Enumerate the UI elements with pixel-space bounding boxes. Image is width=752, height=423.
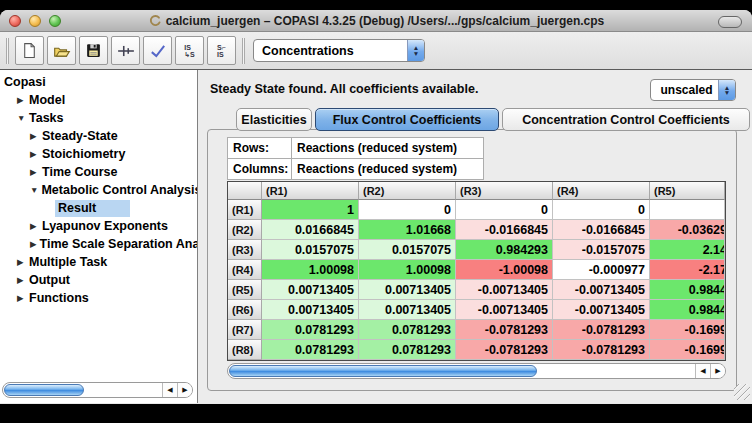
tune-button[interactable] [111, 36, 140, 65]
table-cell[interactable]: -2.17 [650, 260, 725, 280]
table-cell[interactable]: 0.0781293 [262, 320, 359, 340]
collapsed-arrow-icon[interactable]: ▶ [30, 167, 39, 177]
table-cell[interactable]: -0.0781293 [553, 340, 650, 360]
column-header[interactable]: (R1) [262, 182, 359, 200]
tree-item-lyapunov-exponents[interactable]: ▶Lyapunov Exponents [0, 217, 197, 235]
zoom-window-button[interactable] [49, 15, 61, 27]
table-cell[interactable]: 1.00098 [359, 260, 456, 280]
table-cell[interactable]: 0.9844 [650, 300, 725, 320]
collapsed-arrow-icon[interactable]: ▶ [17, 257, 26, 267]
tree-item-functions[interactable]: ▶Functions [0, 289, 197, 307]
row-header[interactable]: (R2) [228, 220, 262, 240]
table-cell[interactable]: -0.0157075 [553, 240, 650, 260]
table-cell[interactable]: 1.01668 [359, 220, 456, 240]
row-header[interactable]: (R1) [228, 200, 262, 220]
table-cell[interactable]: 0.00713405 [359, 300, 456, 320]
close-window-button[interactable] [9, 15, 21, 27]
table-scroll-thumb[interactable] [229, 365, 537, 377]
toolbar-toggle-button[interactable] [718, 16, 742, 28]
is-to-s-button[interactable]: IS ↳S [175, 36, 204, 65]
column-header[interactable]: (R2) [359, 182, 456, 200]
table-cell[interactable]: 0.0781293 [359, 320, 456, 340]
tree-item-stoichiometry[interactable]: ▶Stoichiometry [0, 145, 197, 163]
table-cell[interactable]: -0.1699 [650, 320, 725, 340]
tree-item-copasi[interactable]: Copasi [0, 73, 197, 91]
row-header[interactable]: (R8) [228, 340, 262, 360]
tree-item-result[interactable]: Result [0, 199, 197, 217]
row-header[interactable]: (R7) [228, 320, 262, 340]
tree-item-model[interactable]: ▶Model [0, 91, 197, 109]
expanded-arrow-icon[interactable]: ▼ [30, 185, 38, 195]
column-header[interactable]: (R4) [553, 182, 650, 200]
table-cell[interactable]: -0.0781293 [456, 320, 553, 340]
table-cell[interactable]: 0.9844 [650, 280, 725, 300]
check-button[interactable] [143, 36, 172, 65]
table-cell[interactable]: 0.0166845 [262, 220, 359, 240]
sidebar-scroll-thumb[interactable] [4, 384, 84, 396]
resize-grip[interactable] [734, 384, 750, 400]
dropdown-stepper-icon[interactable]: ▲▼ [718, 80, 735, 100]
row-header[interactable]: (R4) [228, 260, 262, 280]
table-cell[interactable]: 0.0157075 [262, 240, 359, 260]
collapsed-arrow-icon[interactable]: ▶ [30, 131, 39, 141]
collapsed-arrow-icon[interactable]: ▶ [17, 95, 26, 105]
collapsed-arrow-icon[interactable]: ▶ [17, 293, 26, 303]
table-cell[interactable]: 2.14 [650, 240, 725, 260]
scroll-left-button[interactable]: ◀ [695, 364, 710, 378]
row-header[interactable]: (R3) [228, 240, 262, 260]
tree-item-time-course[interactable]: ▶Time Course [0, 163, 197, 181]
table-cell[interactable]: 0.00713405 [359, 280, 456, 300]
tree-item-multiple-task[interactable]: ▶Multiple Task [0, 253, 197, 271]
table-cell[interactable]: 0 [553, 200, 650, 220]
new-document-button[interactable] [15, 36, 44, 65]
table-cell[interactable]: -0.00713405 [456, 300, 553, 320]
toolbar-separator-handle[interactable] [242, 38, 248, 64]
table-cell[interactable] [650, 200, 725, 220]
title-bar[interactable]: calcium_juergen – COPASI 4.3.25 (Debug) … [0, 10, 752, 32]
tree-item-time-scale-separation-anal[interactable]: ▶Time Scale Separation Anal [0, 235, 197, 253]
tab-flux-control-coefficients[interactable]: Flux Control Coefficients [315, 108, 499, 131]
table-cell[interactable]: 0.00713405 [262, 300, 359, 320]
scroll-right-button[interactable]: ▶ [710, 364, 725, 378]
save-button[interactable] [79, 36, 108, 65]
table-cell[interactable]: -0.00713405 [553, 280, 650, 300]
column-header[interactable]: (R5) [650, 182, 725, 200]
minimize-window-button[interactable] [29, 15, 41, 27]
table-cell[interactable]: -0.0781293 [553, 320, 650, 340]
tree-item-steady-state[interactable]: ▶Steady-State [0, 127, 197, 145]
table-cell[interactable]: 0.0781293 [359, 340, 456, 360]
table-cell[interactable]: 0 [456, 200, 553, 220]
table-cell[interactable]: 1.00098 [262, 260, 359, 280]
view-mode-dropdown[interactable]: Concentrations ▲▼ [253, 39, 425, 62]
open-file-button[interactable] [47, 36, 76, 65]
table-horizontal-scrollbar[interactable]: ◀ ▶ [227, 363, 726, 379]
scroll-right-button[interactable]: ▶ [177, 383, 192, 397]
table-cell[interactable]: 0.0157075 [359, 240, 456, 260]
s-to-is-button[interactable]: S⌐ IS [207, 36, 236, 65]
table-cell[interactable]: -0.1699 [650, 340, 725, 360]
table-cell[interactable]: 1 [262, 200, 359, 220]
scroll-left-button[interactable]: ◀ [162, 383, 177, 397]
row-header[interactable]: (R5) [228, 280, 262, 300]
table-cell[interactable]: 0 [359, 200, 456, 220]
table-cell[interactable]: -0.000977 [553, 260, 650, 280]
row-header[interactable]: (R6) [228, 300, 262, 320]
table-cell[interactable]: -0.00713405 [456, 280, 553, 300]
table-cell[interactable]: 0.00713405 [262, 280, 359, 300]
table-cell[interactable]: -0.03629 [650, 220, 725, 240]
table-cell[interactable]: -0.00713405 [553, 300, 650, 320]
tab-concentration-control-coefficients[interactable]: Concentration Control Coefficients [502, 108, 750, 131]
collapsed-arrow-icon[interactable]: ▶ [30, 239, 37, 249]
sidebar-horizontal-scrollbar[interactable]: ◀ ▶ [2, 382, 193, 398]
column-header[interactable]: (R3) [456, 182, 553, 200]
collapsed-arrow-icon[interactable]: ▶ [30, 221, 39, 231]
table-cell[interactable]: -1.00098 [456, 260, 553, 280]
tree-item-tasks[interactable]: ▼Tasks [0, 109, 197, 127]
scale-dropdown[interactable]: unscaled ▲▼ [650, 79, 736, 101]
sidebar-scroll-track[interactable] [3, 383, 162, 397]
table-scroll-track[interactable] [228, 364, 695, 378]
dropdown-stepper-icon[interactable]: ▲▼ [407, 40, 424, 61]
table-cell[interactable]: -0.0781293 [456, 340, 553, 360]
tab-elasticities[interactable]: Elasticities [236, 108, 312, 131]
table-cell[interactable]: 0.984293 [456, 240, 553, 260]
